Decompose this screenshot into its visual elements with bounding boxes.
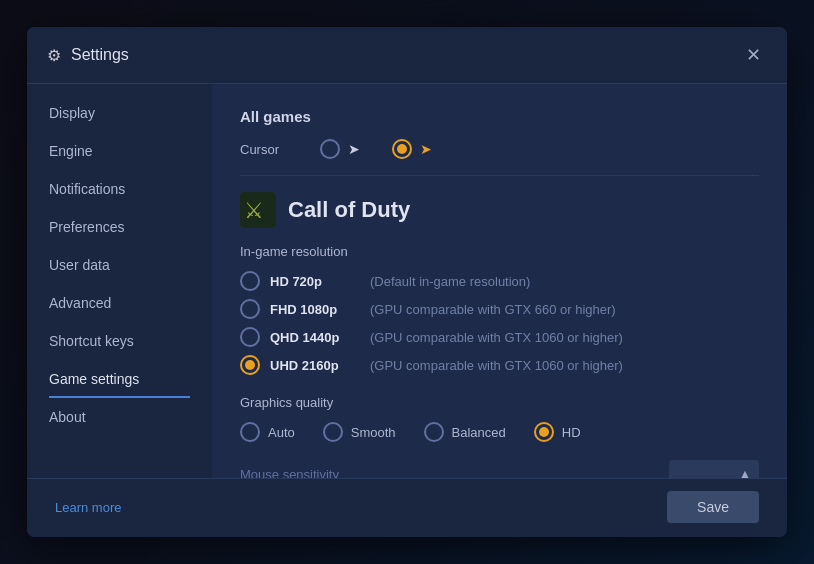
sidebar-item-advanced[interactable]: Advanced	[27, 284, 212, 322]
dialog-body: Display Engine Notifications Preferences…	[27, 84, 787, 478]
learn-more-link[interactable]: Learn more	[55, 500, 121, 515]
cursor-radio-filled	[392, 139, 412, 159]
dialog-header: ⚙ Settings ✕	[27, 27, 787, 84]
cursor-label: Cursor	[240, 142, 320, 157]
quality-radio-auto	[240, 422, 260, 442]
quality-label-auto: Auto	[268, 425, 295, 440]
resolution-desc-1080p: (GPU comparable with GTX 660 or higher)	[370, 302, 616, 317]
save-button[interactable]: Save	[667, 491, 759, 523]
dialog-title: Settings	[71, 46, 739, 64]
sensitivity-control[interactable]: ▲	[669, 460, 759, 478]
resolution-radio-1440p	[240, 327, 260, 347]
resolution-options: HD 720p (Default in-game resolution) FHD…	[240, 271, 759, 375]
sidebar-item-game-settings[interactable]: Game settings	[27, 360, 212, 398]
resolution-item-720p[interactable]: HD 720p (Default in-game resolution)	[240, 271, 759, 291]
resolution-label-1080p: FHD 1080p	[270, 302, 360, 317]
game-name: Call of Duty	[288, 197, 410, 223]
resolution-section-label: In-game resolution	[240, 244, 759, 259]
sidebar-item-user-data[interactable]: User data	[27, 246, 212, 284]
resolution-item-2160p[interactable]: UHD 2160p (GPU comparable with GTX 1060 …	[240, 355, 759, 375]
cursor-radio-empty	[320, 139, 340, 159]
sidebar-item-display[interactable]: Display	[27, 94, 212, 132]
cursor-default-arrow-icon: ➤	[348, 141, 360, 157]
sidebar-item-about[interactable]: About	[27, 398, 212, 436]
sidebar-item-preferences[interactable]: Preferences	[27, 208, 212, 246]
resolution-label-1440p: QHD 1440p	[270, 330, 360, 345]
main-content: All games Cursor ➤ ➤	[212, 84, 787, 478]
sidebar: Display Engine Notifications Preferences…	[27, 84, 212, 478]
settings-dialog: ⚙ Settings ✕ Display Engine Notification…	[27, 27, 787, 537]
quality-radio-balanced	[424, 422, 444, 442]
game-header: ⚔ Call of Duty	[240, 192, 759, 228]
quality-label-balanced: Balanced	[452, 425, 506, 440]
quality-item-auto[interactable]: Auto	[240, 422, 295, 442]
quality-radio-smooth	[323, 422, 343, 442]
resolution-desc-2160p: (GPU comparable with GTX 1060 or higher)	[370, 358, 623, 373]
quality-label-hd: HD	[562, 425, 581, 440]
gear-icon: ⚙	[47, 46, 61, 65]
resolution-label-2160p: UHD 2160p	[270, 358, 360, 373]
game-icon: ⚔	[240, 192, 276, 228]
all-games-title: All games	[240, 108, 759, 125]
resolution-radio-1080p	[240, 299, 260, 319]
resolution-radio-2160p	[240, 355, 260, 375]
sidebar-item-shortcut-keys[interactable]: Shortcut keys	[27, 322, 212, 360]
cursor-options: ➤ ➤	[320, 139, 759, 159]
resolution-radio-720p	[240, 271, 260, 291]
resolution-desc-720p: (Default in-game resolution)	[370, 274, 530, 289]
quality-section-label: Graphics quality	[240, 395, 759, 410]
cursor-option-default[interactable]: ➤	[320, 139, 360, 159]
quality-item-balanced[interactable]: Balanced	[424, 422, 506, 442]
resolution-item-1440p[interactable]: QHD 1440p (GPU comparable with GTX 1060 …	[240, 327, 759, 347]
quality-radio-hd	[534, 422, 554, 442]
cursor-orange-arrow-icon: ➤	[420, 141, 432, 157]
cursor-row: Cursor ➤ ➤	[240, 139, 759, 176]
resolution-item-1080p[interactable]: FHD 1080p (GPU comparable with GTX 660 o…	[240, 299, 759, 319]
dialog-footer: Learn more Save	[27, 478, 787, 537]
cursor-option-orange[interactable]: ➤	[392, 139, 432, 159]
sensitivity-spinner-up[interactable]: ▲	[735, 460, 755, 478]
resolution-label-720p: HD 720p	[270, 274, 360, 289]
resolution-desc-1440p: (GPU comparable with GTX 1060 or higher)	[370, 330, 623, 345]
mouse-sensitivity-label: Mouse sensitivity	[240, 467, 669, 479]
quality-label-smooth: Smooth	[351, 425, 396, 440]
quality-item-smooth[interactable]: Smooth	[323, 422, 396, 442]
svg-text:⚔: ⚔	[244, 198, 264, 223]
sidebar-item-notifications[interactable]: Notifications	[27, 170, 212, 208]
quality-options: Auto Smooth Balanced HD	[240, 422, 759, 442]
sidebar-item-engine[interactable]: Engine	[27, 132, 212, 170]
quality-item-hd[interactable]: HD	[534, 422, 581, 442]
close-button[interactable]: ✕	[739, 41, 767, 69]
mouse-sensitivity-row: Mouse sensitivity ▲	[240, 460, 759, 478]
